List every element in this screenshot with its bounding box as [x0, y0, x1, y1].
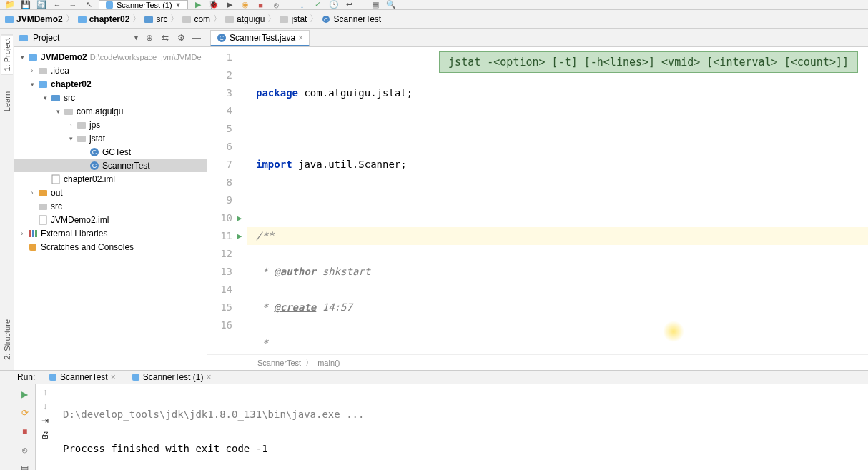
breadcrumb-item[interactable]: com — [182, 14, 210, 24]
run-tab[interactable]: ScannerTest (1)× — [126, 371, 217, 384]
wrap-icon[interactable]: ⇥ — [41, 416, 49, 426]
gutter: 1234 5678 9101112 13141516 ▶ ▶ — [207, 47, 247, 354]
tree-item-chapter02[interactable]: ▾chapter02 — [14, 77, 207, 91]
code-editor[interactable]: 1234 5678 9101112 13141516 ▶ ▶ package c… — [207, 47, 868, 354]
profile-icon[interactable]: ◉ — [240, 0, 251, 10]
svg-rect-32 — [132, 374, 139, 381]
tree-item-jps[interactable]: ›jps — [14, 118, 207, 131]
close-tab-icon[interactable]: × — [298, 33, 303, 43]
collapse-icon[interactable]: ⇆ — [159, 32, 171, 44]
pointer-icon[interactable]: ↖ — [83, 0, 94, 10]
svg-rect-10 — [29, 54, 37, 61]
svg-rect-6 — [280, 16, 288, 23]
tree-project-root[interactable]: ▾ JVMDemo2 D:\code\workspace_jvm\JVMDe — [14, 50, 207, 64]
search-icon[interactable]: 🔍 — [385, 0, 397, 10]
tree-item-scannertest[interactable]: CScannerTest — [14, 159, 207, 172]
git-update-icon[interactable]: ↓ — [297, 0, 308, 10]
tree-external-libraries[interactable]: ›External Libraries — [14, 226, 207, 240]
stop-icon[interactable]: ■ — [18, 424, 32, 439]
learn-tab[interactable]: Learn — [1, 89, 13, 114]
code-crumb-bar: ScannerTest 〉 main() — [207, 354, 868, 370]
open-icon[interactable]: 📁 — [4, 0, 16, 10]
editor-tabs: C ScannerTest.java × — [207, 29, 868, 47]
run-icon[interactable]: ▶ — [192, 0, 204, 10]
refresh-icon[interactable]: 🔄 — [36, 0, 47, 10]
tree-item-gctest[interactable]: CGCTest — [14, 145, 207, 159]
editor-area: C ScannerTest.java × 1234 5678 9101112 1… — [207, 29, 868, 370]
breadcrumb-item[interactable]: JVMDemo2 — [4, 14, 63, 24]
tree-item-jvmdemo2-iml[interactable]: JVMDemo2.iml — [14, 213, 207, 226]
breadcrumb-item[interactable]: jstat — [279, 14, 307, 24]
breadcrumb: JVMDemo2 〉 chapter02 〉 src 〉 com 〉 atgui… — [0, 10, 868, 29]
close-icon[interactable]: × — [111, 372, 116, 382]
svg-rect-22 — [39, 190, 47, 196]
structure-icon[interactable]: ▤ — [370, 0, 381, 10]
exit-icon[interactable]: ⎋ — [18, 443, 32, 457]
console-output[interactable]: D:\develop_tools\jdk\jdk1.8.0_131\bin\ja… — [54, 384, 868, 470]
tree-item-chapter02-iml[interactable]: chapter02.iml — [14, 172, 207, 186]
stop-icon[interactable]: ■ — [255, 0, 267, 10]
svg-rect-23 — [39, 204, 47, 210]
crumb-class[interactable]: ScannerTest — [257, 359, 301, 367]
breadcrumb-item[interactable]: atguigu — [225, 14, 265, 24]
run-line-icon[interactable]: ▶ — [234, 209, 245, 227]
svg-rect-25 — [29, 230, 31, 237]
breadcrumb-item[interactable]: chapter02 — [77, 14, 130, 24]
attach-icon[interactable]: ⎋ — [271, 0, 282, 10]
debug-icon[interactable]: 🐞 — [208, 0, 220, 10]
tree-item-src[interactable]: ▾src — [14, 91, 207, 104]
chevron-down-icon[interactable]: ▼ — [133, 34, 139, 41]
editor-tab-label: ScannerTest.java — [230, 33, 295, 43]
svg-rect-16 — [77, 136, 86, 142]
git-rollback-icon[interactable]: ↩ — [344, 0, 355, 10]
tree-scratches[interactable]: Scratches and Consoles — [14, 240, 207, 254]
gear-icon[interactable]: ⚙ — [175, 32, 187, 44]
crumb-method[interactable]: main() — [317, 359, 340, 367]
project-tab[interactable]: 1: Project — [1, 34, 13, 74]
coverage-icon[interactable]: ▶ — [224, 0, 235, 10]
tree-item-idea[interactable]: ›.idea — [14, 64, 207, 77]
run-controls-2: ↑ ↓ ⇥ 🖨 — [36, 384, 54, 470]
svg-text:C: C — [92, 149, 97, 156]
layout-icon[interactable]: ▤ — [18, 461, 32, 470]
run-line-icon[interactable]: ▶ — [234, 227, 245, 245]
code-text[interactable]: package com.atguigu.jstat; import java.u… — [247, 47, 868, 354]
svg-rect-2 — [78, 16, 87, 23]
git-commit-icon[interactable]: ✓ — [312, 0, 324, 10]
rerun-failed-icon[interactable]: ⟳ — [18, 406, 32, 420]
run-tab[interactable]: ScannerTest× — [43, 371, 122, 384]
breadcrumb-item[interactable]: src — [144, 14, 167, 24]
tree-item-src2[interactable]: src — [14, 199, 207, 213]
run-config-dropdown[interactable]: ScannerTest (1) ▼ — [99, 0, 188, 9]
svg-rect-9 — [19, 35, 28, 41]
rerun-icon[interactable]: ▶ — [18, 387, 32, 401]
svg-rect-5 — [225, 16, 234, 23]
svg-rect-12 — [39, 81, 47, 88]
project-tree[interactable]: ▾ JVMDemo2 D:\code\workspace_jvm\JVMDe ›… — [14, 47, 207, 370]
git-history-icon[interactable]: 🕓 — [328, 0, 340, 10]
tree-item-out[interactable]: ›out — [14, 186, 207, 199]
print-icon[interactable]: 🖨 — [41, 430, 49, 440]
tree-item-jstat[interactable]: ▾jstat — [14, 131, 207, 145]
target-icon[interactable]: ⊕ — [144, 32, 155, 44]
breadcrumb-item[interactable]: CScannerTest — [321, 14, 381, 24]
main-toolbar: 📁 💾 🔄 ← → ↖ ScannerTest (1) ▼ ▶ 🐞 ▶ ◉ ■ … — [0, 0, 868, 10]
editor-tab[interactable]: C ScannerTest.java × — [210, 30, 310, 46]
up-icon[interactable]: ↑ — [43, 387, 47, 397]
project-title: Project — [33, 33, 129, 43]
hide-icon[interactable]: — — [191, 32, 202, 44]
run-config-label: ScannerTest (1) — [117, 1, 172, 9]
tree-item-com-atguigu[interactable]: ▾com.atguigu — [14, 104, 207, 118]
run-left-tabs — [0, 384, 14, 470]
forward-icon[interactable]: → — [67, 0, 79, 10]
back-icon[interactable]: ← — [51, 0, 63, 10]
close-icon[interactable]: × — [206, 372, 211, 382]
project-icon — [19, 33, 29, 43]
run-header: Run: ScannerTest× ScannerTest (1)× — [0, 371, 868, 384]
left-tool-tabs: 1: Project Learn 2: Structure — [0, 29, 14, 370]
save-icon[interactable]: 💾 — [20, 0, 31, 10]
svg-rect-3 — [144, 16, 153, 23]
down-icon[interactable]: ↓ — [43, 401, 47, 411]
svg-rect-27 — [35, 230, 37, 237]
structure-tab[interactable]: 2: Structure — [1, 316, 13, 363]
